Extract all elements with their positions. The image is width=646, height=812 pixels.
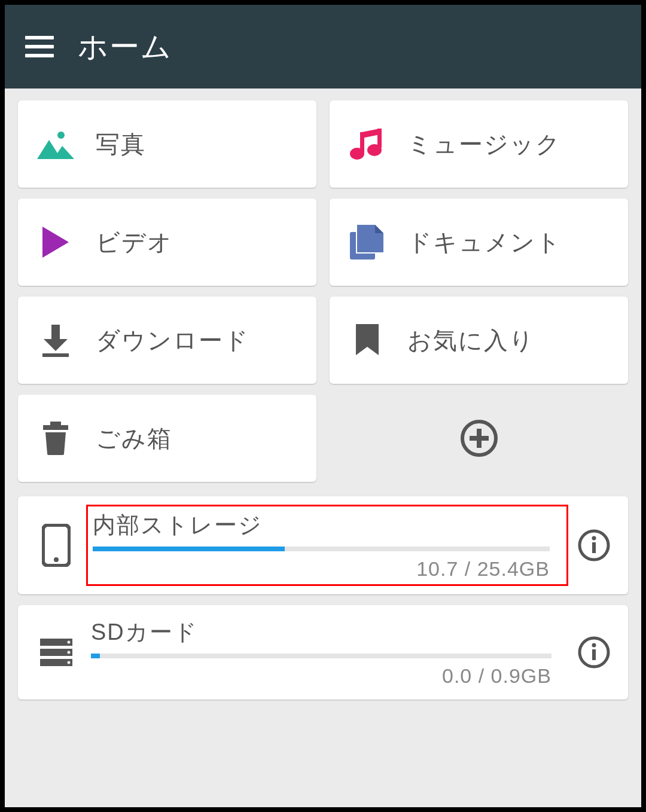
svg-point-20 [54, 557, 59, 562]
svg-rect-23 [592, 542, 596, 553]
storage-internal[interactable]: 内部ストレージ 10.7 / 25.4GB [18, 496, 628, 594]
svg-point-4 [350, 148, 364, 160]
svg-rect-9 [356, 252, 383, 254]
documents-icon [346, 225, 388, 260]
svg-marker-10 [375, 225, 383, 233]
category-label: ビデオ [96, 226, 173, 259]
header-bar: ホーム [5, 5, 641, 88]
svg-point-27 [68, 641, 71, 644]
svg-marker-6 [42, 227, 69, 258]
category-photos[interactable]: 写真 [18, 100, 316, 188]
svg-point-5 [367, 144, 382, 156]
svg-point-22 [592, 536, 596, 541]
app-frame: ホーム 写真 [5, 5, 641, 807]
svg-rect-18 [470, 436, 489, 441]
storage-info-button[interactable] [574, 526, 614, 565]
storage-usage: 0.0 / 0.9GB [91, 664, 551, 688]
svg-rect-11 [51, 325, 60, 339]
storage-stack-icon [32, 637, 80, 667]
phone-icon [32, 524, 80, 567]
add-category-cell [330, 395, 628, 482]
category-favorites[interactable]: お気に入り [330, 297, 628, 384]
storage-title: 内部ストレージ [93, 510, 550, 541]
svg-rect-13 [42, 353, 69, 357]
svg-point-1 [57, 132, 65, 139]
storage-usage: 10.7 / 25.4GB [93, 557, 550, 581]
category-grid: 写真 ミュージック [18, 100, 628, 482]
trash-icon [35, 422, 77, 455]
svg-rect-8 [356, 231, 357, 254]
category-video[interactable]: ビデオ [18, 199, 316, 286]
svg-point-29 [68, 661, 71, 664]
category-trash[interactable]: ごみ箱 [18, 395, 316, 482]
hamburger-icon[interactable] [25, 32, 54, 61]
category-music[interactable]: ミュージック [330, 100, 628, 188]
category-label: ミュージック [407, 128, 561, 161]
storage-progress-fill [91, 654, 100, 658]
add-button[interactable] [458, 417, 500, 459]
photos-icon [35, 129, 77, 159]
storage-progress [93, 547, 550, 551]
downloads-icon [35, 323, 77, 357]
svg-rect-32 [592, 649, 596, 660]
category-label: ドキュメント [407, 226, 562, 259]
svg-rect-15 [43, 425, 68, 430]
info-icon [577, 636, 611, 669]
svg-marker-0 [37, 140, 74, 159]
category-label: ごみ箱 [96, 422, 172, 455]
svg-point-31 [592, 643, 596, 648]
storage-title: SDカード [91, 617, 551, 648]
svg-rect-3 [377, 129, 382, 148]
category-label: お気に入り [407, 324, 535, 357]
storage-progress-fill [93, 547, 285, 551]
content-area: 写真 ミュージック [5, 88, 641, 807]
storage-sdcard[interactable]: SDカード 0.0 / 0.9GB [18, 605, 628, 700]
favorites-icon [346, 324, 388, 356]
music-icon [346, 127, 388, 161]
page-title: ホーム [78, 27, 172, 67]
storage-internal-body: 内部ストレージ 10.7 / 25.4GB [86, 505, 568, 586]
svg-rect-14 [50, 422, 61, 425]
info-icon [577, 529, 611, 562]
storage-sdcard-body: SDカード 0.0 / 0.9GB [86, 613, 568, 691]
category-downloads[interactable]: ダウンロード [18, 297, 316, 384]
category-documents[interactable]: ドキュメント [330, 199, 628, 286]
storage-section: 内部ストレージ 10.7 / 25.4GB [18, 496, 628, 700]
svg-point-28 [68, 651, 71, 654]
storage-info-button[interactable] [574, 633, 614, 672]
video-icon [35, 225, 77, 259]
storage-progress [91, 654, 551, 658]
category-label: 写真 [96, 128, 146, 161]
add-icon [460, 419, 498, 457]
svg-marker-12 [44, 339, 68, 351]
category-label: ダウンロード [96, 324, 249, 357]
